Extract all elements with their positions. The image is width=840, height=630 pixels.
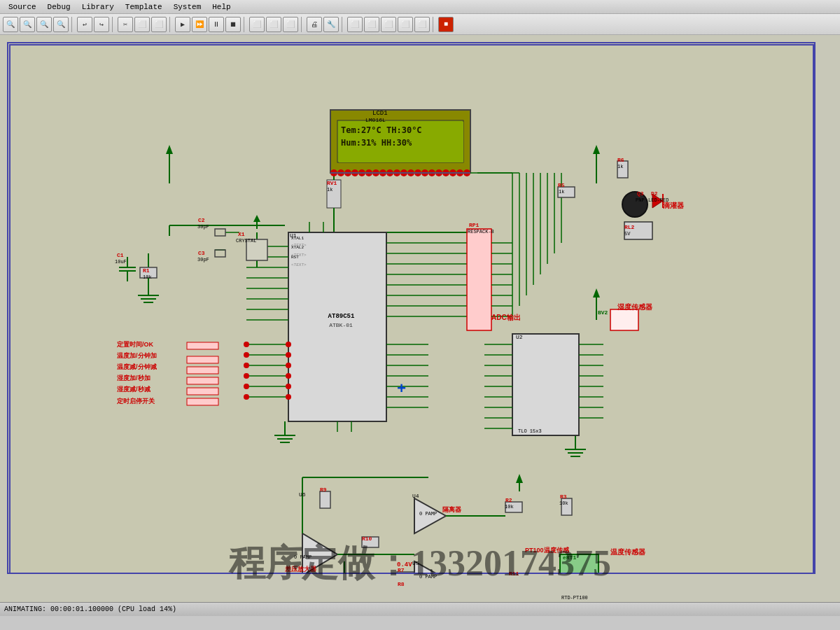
btn-label-1: 温度加/分钟加 [117,351,157,360]
toolbar-sep-1 [71,17,74,32]
mcu-label: ATBK-01 [299,322,383,328]
toolbar-btn-zoom-fit[interactable]: 🔍 [20,17,35,32]
toolbar-sep-7 [433,17,435,32]
toolbar-btn-new[interactable]: ⬜ [249,17,265,32]
toolbar-btn-r1[interactable]: ⬜ [347,17,363,32]
r2-label: R2 [505,497,512,503]
c2-value: 30pF [197,224,209,230]
svg-point-162 [286,373,291,379]
toolbar-btn-r3[interactable]: ⬜ [381,17,396,32]
rp1-label: RP1 [469,222,479,228]
u4-label: 隔离器 [442,505,461,514]
toolbar: 🔍 🔍 🔍 🔍 ↩ ↪ ✂ ⬜ ⬜ ▶ ⏩ ⏸ ⏹ ⬜ ⬜ ⬜ 🖨 🔧 ⬜ ⬜ … [0,14,840,35]
svg-point-168 [244,373,249,379]
toolbar-btn-play[interactable]: ▶ [175,17,190,32]
toolbar-btn-open[interactable]: ⬜ [266,17,281,32]
toolbar-sep-6 [342,17,344,32]
toolbar-btn-r2[interactable]: ⬜ [364,17,379,32]
toolbar-btn-debug[interactable]: 🔧 [323,17,339,32]
toolbar-btn-zoom-in[interactable]: 🔍 [3,17,18,32]
lcd-component-name: LCD1 [372,110,388,117]
c1-value: 10uF [115,259,127,265]
menu-source[interactable]: Source [3,2,42,12]
c3-label: C3 [198,250,205,256]
toolbar-btn-stop[interactable]: ⏹ [225,17,241,32]
btn-label-3: 湿度加/秒加 [117,374,150,383]
menu-debug[interactable]: Debug [42,2,76,12]
x1-label: X1 [238,231,245,237]
main-area: + Tem:27° [0,35,840,616]
svg-rect-97 [512,334,579,435]
btn-label-0: 定置时间/OK [117,340,153,349]
toolbar-btn-paste[interactable]: ⬜ [151,17,167,32]
r1-label: R1 [143,267,150,274]
rv1-label: RV1 [327,180,337,186]
r9-label: R9 [320,486,327,493]
c3-value: 30pF [197,257,209,262]
svg-rect-78 [467,229,491,330]
toolbar-btn-zoom-out[interactable]: 🔍 [36,17,52,32]
toolbar-btn-undo[interactable]: ↩ [77,17,92,32]
toolbar-btn-save[interactable]: ⬜ [283,17,298,32]
svg-marker-118 [253,215,260,222]
r1-value: 10k [143,274,152,280]
svg-rect-155 [187,367,218,374]
text-ph-2: <TEXT> [291,253,307,258]
lcd-screen: Tem:27°C TH:30°C Hum:31% HH:30% [339,122,463,162]
rl2-label: RL2 [624,224,634,230]
menu-system[interactable]: System [168,2,207,12]
r2-value: 10k [505,504,514,510]
toolbar-btn-r5[interactable]: ⬜ [414,17,430,32]
menu-library[interactable]: Library [76,2,120,12]
btn-label-2: 温度减/分钟减 [117,363,157,372]
rv1-text: 1k [327,187,332,192]
menu-template[interactable]: Template [120,2,168,12]
rp1-model: RESPACK-8 [468,229,494,234]
statusbar: ANIMATING: 00:00:01.100000 (CPU load 14%… [0,602,840,616]
toolbar-sep-2 [112,17,115,32]
svg-rect-140 [320,491,330,508]
toolbar-btn-red[interactable]: ■ [438,17,454,32]
svg-rect-120 [215,229,225,236]
q3-part: PNP [636,197,645,203]
svg-point-167 [244,363,249,368]
x1-part: CRYSTAL [236,238,256,244]
u4-name: U4 [412,493,419,499]
lcd-model: LM016L [365,117,386,123]
r6-value: 1k [617,164,623,169]
toolbar-sep-4 [244,17,246,32]
toolbar-btn-print[interactable]: 🖨 [307,17,322,32]
svg-rect-122 [215,250,225,257]
svg-rect-153 [187,342,218,349]
status-text: ANIMATING: 00:00:01.100000 (CPU load 14%… [4,606,176,613]
svg-point-164 [286,394,291,400]
d2-part: LED-RED [648,197,668,203]
adc-label: ADC输出 [491,313,521,323]
r3-value: 10k [559,500,568,506]
svg-rect-157 [187,388,218,395]
svg-marker-11 [593,288,600,298]
btn-label-5: 定时启停开关 [117,397,155,406]
menu-help[interactable]: Help [206,2,236,12]
btn-label-4: 湿度减/秒减 [117,385,150,394]
toolbar-btn-copy[interactable]: ⬜ [134,17,150,32]
r6-label: R6 [617,157,624,163]
schematic-canvas[interactable]: + Tem:27° [7,42,816,574]
r3-label: R3 [560,493,567,500]
toolbar-btn-cut[interactable]: ✂ [118,17,133,32]
toolbar-btn-pause[interactable]: ⏸ [209,17,224,32]
u2-part: TLO 15x3 [518,428,542,434]
rl2-value: 5V [624,231,630,237]
toolbar-sep-5 [301,17,304,32]
toolbar-btn-zoom-area[interactable]: 🔍 [53,17,69,32]
u1-label: U1 [290,232,297,239]
toolbar-btn-step[interactable]: ⏩ [192,17,207,32]
d2-label: D2 [651,190,658,197]
toolbar-btn-redo[interactable]: ↪ [94,17,109,32]
u4-part: 0 PAMP [419,511,437,517]
toolbar-btn-r4[interactable]: ⬜ [398,17,413,32]
svg-marker-9 [593,145,600,154]
svg-marker-5 [166,145,173,154]
svg-rect-154 [187,356,218,363]
svg-point-159 [286,342,291,347]
